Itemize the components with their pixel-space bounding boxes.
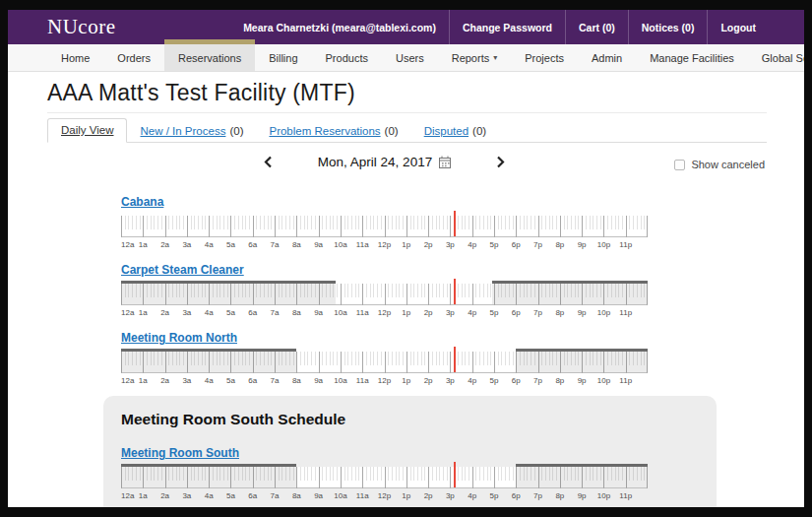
tab-link[interactable]: Problem Reservations [269, 125, 380, 137]
minute-tick [381, 216, 382, 229]
minute-tick [527, 216, 528, 229]
minute-tick [531, 216, 531, 229]
hour-tick [472, 467, 473, 488]
minute-tick [600, 216, 601, 229]
next-day-button[interactable] [496, 156, 505, 168]
hour-label: 6a [248, 308, 257, 317]
minute-tick [615, 216, 616, 229]
hour-label: 1a [139, 308, 148, 317]
minute-tick [505, 216, 506, 229]
tab-link[interactable]: New / In Process [140, 125, 225, 137]
hour-label: 4p [468, 376, 476, 385]
minute-tick [330, 216, 331, 229]
minute-tick [227, 216, 228, 229]
south-schedule-heading: Meeting Room South Schedule [121, 411, 717, 428]
minute-tick [424, 467, 425, 481]
reservation-block[interactable] [516, 349, 648, 372]
resource-link-meeting-room-south[interactable]: Meeting Room South [121, 446, 239, 460]
date-navigation: Mon, April 24, 2017 [121, 155, 648, 169]
tab-link[interactable]: Disputed [424, 125, 468, 137]
hour-tick [626, 216, 627, 237]
minute-tick [490, 352, 491, 365]
reservation-block[interactable] [121, 349, 296, 372]
hour-label: 9a [314, 376, 323, 385]
hour-label: 3p [446, 491, 455, 500]
hour-label: 5a [226, 376, 235, 385]
minute-tick [399, 467, 400, 481]
current-time-indicator [454, 462, 456, 487]
minute-tick [399, 284, 400, 297]
tab-disputed[interactable]: Disputed(0) [411, 120, 499, 143]
minute-tick [439, 284, 440, 297]
minute-tick [424, 352, 425, 365]
minute-tick [311, 216, 312, 229]
minute-tick [637, 216, 638, 229]
hour-label: 2a [160, 240, 169, 249]
minute-tick [468, 216, 469, 229]
hour-labels: 12a1a2a3a4a5a6a7a8a9a10a11a12p1p2p3p4p5p… [121, 308, 648, 319]
hour-label: 10a [334, 308, 346, 317]
minute-tick [567, 216, 568, 229]
tab-daily-view[interactable]: Daily View [47, 118, 127, 143]
minute-tick [157, 216, 158, 229]
minute-tick [242, 216, 243, 229]
resource-link-meeting-room-north[interactable]: Meeting Room North [121, 331, 237, 345]
hour-tick [472, 284, 473, 305]
resource-link-carpet-steam-cleaner[interactable]: Carpet Steam Cleaner [121, 263, 244, 277]
hour-tick [319, 467, 320, 488]
nav-item-billing[interactable]: Billing [255, 44, 311, 71]
minute-tick [465, 284, 466, 297]
minute-tick [304, 216, 305, 229]
hour-tick [472, 216, 473, 237]
nucore-logo[interactable]: NUcore [47, 15, 115, 39]
hour-label: 9p [578, 376, 587, 385]
minute-tick [370, 216, 371, 229]
nav-item-home[interactable]: Home [47, 44, 103, 71]
minute-tick [172, 216, 173, 229]
nav-item-products[interactable]: Products [312, 44, 382, 71]
tab-new-in-process[interactable]: New / In Process(0) [127, 120, 256, 143]
minute-tick [370, 284, 371, 297]
main-nav-bar: HomeOrdersReservationsBillingProductsUse… [8, 44, 804, 72]
hour-tick [406, 284, 407, 305]
nav-item-users[interactable]: Users [382, 44, 438, 71]
reservation-block[interactable] [516, 464, 648, 487]
reservation-block[interactable] [121, 281, 336, 304]
nav-item-orders[interactable]: Orders [103, 44, 164, 71]
nav-item-global-settings[interactable]: Global Settings [748, 44, 804, 71]
nav-item-projects[interactable]: Projects [511, 44, 578, 71]
nav-item-admin[interactable]: Admin [578, 44, 636, 71]
nav-item-reservations[interactable]: Reservations [164, 44, 255, 71]
nav-right-group: Manage FacilitiesGlobal Settings [636, 44, 804, 71]
nav-item-reports[interactable]: Reports▾ [438, 44, 512, 71]
calendar-icon[interactable] [439, 156, 451, 168]
minute-tick [424, 216, 425, 229]
minute-tick [381, 352, 382, 365]
nav-item-manage-facilities[interactable]: Manage Facilities [636, 44, 748, 71]
date-navigation-row: Mon, April 24, 2017 Show canceled [47, 155, 767, 176]
hour-label: 12a [121, 376, 134, 385]
notices-link[interactable]: Notices (0) [628, 10, 708, 44]
hour-labels: 12a1a2a3a4a5a6a7a8a9a10a11a12p1p2p3p4p5p… [121, 240, 648, 251]
hour-label: 8a [292, 240, 301, 249]
resource-link-cabana[interactable]: Cabana [121, 195, 163, 209]
minute-tick [358, 216, 359, 229]
user-account-label[interactable]: Meara Charnetzki (meara@tablexi.com) [230, 10, 449, 44]
reservation-block[interactable] [492, 281, 648, 304]
cart-link[interactable]: Cart (0) [565, 10, 628, 44]
previous-day-button[interactable] [264, 156, 273, 168]
hour-tick [165, 216, 166, 237]
minute-tick [436, 467, 437, 481]
minute-tick [366, 467, 367, 481]
hour-label: 5p [490, 308, 499, 317]
minute-tick [607, 216, 608, 229]
hour-tick [560, 216, 561, 237]
minute-tick [403, 216, 404, 229]
change-password-link[interactable]: Change Password [449, 10, 565, 44]
show-canceled-checkbox[interactable] [674, 160, 685, 170]
logout-link[interactable]: Logout [707, 10, 769, 44]
minute-tick [399, 216, 400, 229]
reservation-block[interactable] [121, 464, 296, 487]
minute-tick [396, 352, 397, 365]
tab-problem-reservations[interactable]: Problem Reservations(0) [256, 120, 410, 143]
